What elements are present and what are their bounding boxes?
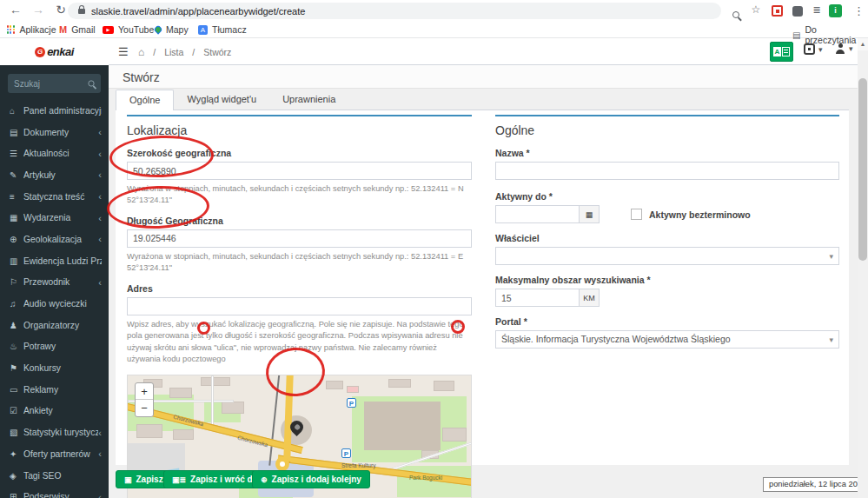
sidebar-item-icon: ◈ <box>10 471 23 481</box>
sidebar-item-label: Organizatorzy <box>23 321 102 330</box>
sidebar-item[interactable]: ♫ Audio wycieczki <box>0 293 109 315</box>
sidebar-item-icon: ☰ <box>10 149 23 158</box>
sidebar-item[interactable]: ☑ Ankiety <box>0 401 109 422</box>
tab-wyglad-widgetu[interactable]: Wygląd widget'u <box>174 90 269 110</box>
reading-list-button[interactable]: ▤ Do przeczytania <box>792 24 868 45</box>
map-road <box>211 375 214 426</box>
search-input[interactable] <box>14 79 88 89</box>
extensions-puzzle-icon[interactable] <box>792 6 803 17</box>
map-building <box>173 429 194 440</box>
sidebar-item[interactable]: ▤ Dokumenty ‹ <box>0 122 109 143</box>
translate-language-button[interactable]: A <box>770 42 793 62</box>
sidebar-item[interactable]: ✎ Artykuły ‹ <box>0 164 109 186</box>
hamburger-menu-icon[interactable]: ☰ <box>118 45 129 58</box>
scrollbar-up-icon[interactable]: ▲ <box>858 38 868 50</box>
km-unit-addon: KM <box>580 289 600 307</box>
bookmark-star-icon[interactable]: ☆ <box>747 3 765 16</box>
tab-ogolne[interactable]: Ogólne <box>116 90 174 110</box>
sidebar-item-icon: ♨ <box>10 342 23 351</box>
chevron-left-icon: ‹ <box>98 428 102 438</box>
sidebar-item-label: Geolokalizacja <box>23 235 98 244</box>
scrollbar-thumb[interactable] <box>858 78 867 261</box>
sidebar-item[interactable]: ▭ Reklamy <box>0 379 109 401</box>
indefinite-checkbox[interactable] <box>631 209 642 220</box>
zoom-out-button[interactable]: − <box>136 400 153 416</box>
zoom-in-button[interactable]: + <box>136 383 153 400</box>
bookmark-gmail[interactable]: M Gmail <box>59 24 96 35</box>
sidebar-item[interactable]: ◈ Tagi SEO <box>0 465 109 487</box>
map-zoom-control: + − <box>135 382 154 417</box>
sidebar-item-label: Podserwisy <box>23 492 98 498</box>
sidebar-search[interactable] <box>8 74 101 93</box>
reload-icon[interactable]: ↻ <box>52 3 70 17</box>
breadcrumb-home-icon[interactable]: ⌂ <box>138 46 144 58</box>
sidebar-item[interactable]: ♟ Organizatorzy <box>0 315 109 336</box>
owner-select[interactable]: ▾ <box>495 247 839 265</box>
sidebar-item[interactable]: ⌂ Panel administracyjny <box>0 100 109 122</box>
section-lokalizacja: Lokalizacja Szerokość geograficzna Wyraż… <box>127 115 472 498</box>
save-and-add-next-button[interactable]: ⊕ Zapisz i dodaj kolejny <box>252 470 370 488</box>
extension-red-icon[interactable] <box>772 5 783 17</box>
sidebar-item[interactable]: ▥ Ewidencja Ludzi Przemysłu <box>0 250 109 272</box>
map-railway <box>268 375 280 466</box>
section-heading: Lokalizacja <box>127 123 472 137</box>
browser-toolbar: ← → ↻ slaskie.travel/admin/app/placenear… <box>0 0 868 23</box>
sidebar-item-icon: ✎ <box>10 170 23 180</box>
longitude-label: Długość Geograficzna <box>127 216 472 226</box>
sidebar-item-label: Statystyki turystyczne <box>23 428 98 437</box>
sidebar-item[interactable]: ⊕ Geolokalizacja ‹ <box>0 229 109 250</box>
reading-list-icon: ▤ <box>792 30 800 40</box>
search-icon <box>88 80 94 86</box>
calendar-icon[interactable]: ▦ <box>580 205 600 223</box>
reading-list-toolbar-icon[interactable]: ≣ <box>808 4 825 16</box>
sidebar-item-icon: ⌂ <box>10 106 23 116</box>
bookmark-maps[interactable]: Mapy <box>155 24 189 35</box>
tab-uprawnienia[interactable]: Uprawnienia <box>269 90 348 110</box>
sidebar-item-label: Oferty partnerów <box>23 449 98 459</box>
portal-select[interactable]: Śląskie. Informacja Turystyczna Wojewódz… <box>495 330 839 349</box>
sidebar-item-label: Audio wycieczki <box>23 299 102 309</box>
sidebar-item[interactable]: ♨ Potrawy <box>0 336 109 358</box>
back-icon[interactable]: ← <box>7 3 24 17</box>
sidebar-item[interactable]: ≡ Statyczna treść ‹ <box>0 186 109 208</box>
latitude-input[interactable] <box>127 162 472 180</box>
sidebar-item[interactable]: ⚐ Przewodnik ‹ <box>0 272 109 294</box>
bookmark-youtube[interactable]: ▶ YouTube <box>103 24 154 35</box>
breadcrumb-lista[interactable]: Lista <box>164 47 183 57</box>
name-input[interactable] <box>495 162 839 180</box>
sidebar-item[interactable]: ⊞ Podserwisy ‹ <box>0 486 109 498</box>
form-panel: Lokalizacja Szerokość geograficzna Wyraż… <box>116 110 849 465</box>
breadcrumb: ⌂ / Lista / Stwórz <box>138 46 231 58</box>
page-scrollbar[interactable]: ▲ <box>858 38 868 498</box>
sidebar-item[interactable]: ⚑ Konkursy <box>0 357 109 379</box>
app-logo[interactable]: G enkai <box>0 38 109 65</box>
forward-icon[interactable]: → <box>30 3 47 17</box>
sidebar-item-icon: ▤ <box>10 128 23 137</box>
address-input[interactable] <box>127 297 472 315</box>
map-roundabout <box>275 457 289 471</box>
bookmark-translate[interactable]: A Tłumacz <box>198 24 247 35</box>
sidebar: G enkai ⌂ Panel administracyjny ▤ Dokume… <box>0 38 109 498</box>
owner-label: Właściciel <box>495 233 839 243</box>
apps-grid-icon <box>6 25 16 34</box>
sidebar-item-icon: ✦ <box>10 449 23 459</box>
longitude-input[interactable] <box>127 229 472 248</box>
sidebar-item-label: Tagi SEO <box>23 471 102 481</box>
sidebar-item[interactable]: ✦ Oferty partnerów ‹ <box>0 443 109 465</box>
chevron-left-icon: ‹ <box>98 492 102 498</box>
sidebar-item[interactable]: ▦ Wydarzenia ‹ <box>0 207 109 229</box>
map-building <box>201 377 230 386</box>
sidebar-item-icon: ⚐ <box>10 277 23 287</box>
zoom-search-icon[interactable] <box>732 6 739 22</box>
address-bar[interactable]: slaskie.travel/admin/app/placenearbywidg… <box>68 3 721 19</box>
breadcrumb-stworz[interactable]: Stwórz <box>203 47 231 57</box>
max-area-input[interactable] <box>495 289 580 307</box>
browser-menu-icon[interactable]: ⋮ <box>853 4 865 17</box>
active-until-input[interactable] <box>495 205 580 223</box>
sidebar-item[interactable]: ▧ Statystyki turystyczne ‹ <box>0 422 109 443</box>
chevron-left-icon: ‹ <box>98 169 102 180</box>
extension-green-icon[interactable]: i <box>829 4 842 17</box>
sidebar-item[interactable]: ☰ Aktualności ‹ <box>0 143 109 164</box>
bookmark-apps[interactable]: Aplikacje <box>6 24 56 35</box>
sidebar-item-label: Wydarzenia <box>23 213 98 222</box>
